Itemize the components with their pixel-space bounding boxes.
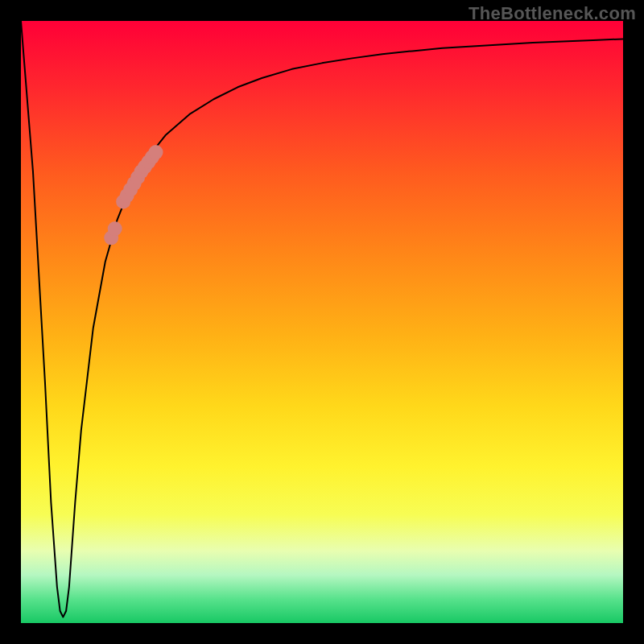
marker-point	[108, 221, 122, 236]
chart-svg	[21, 21, 623, 623]
curve-layer	[21, 21, 623, 617]
plot-area	[21, 21, 623, 623]
chart-frame: TheBottleneck.com	[0, 0, 644, 644]
bottleneck-curve	[21, 21, 623, 617]
marker-point	[149, 145, 163, 159]
watermark-text: TheBottleneck.com	[469, 3, 636, 24]
marker-layer	[104, 145, 163, 245]
